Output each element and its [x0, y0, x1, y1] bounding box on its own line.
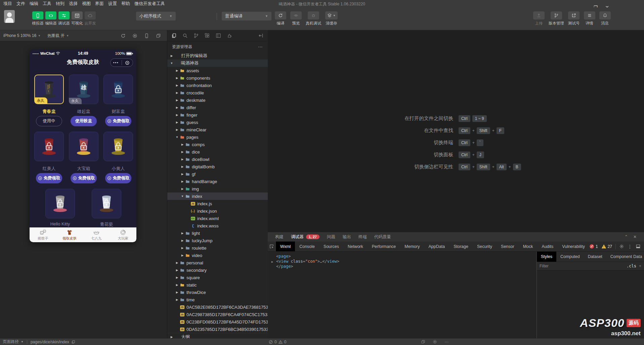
menu-item-编辑[interactable]: 编辑 — [30, 1, 38, 7]
toggle-云开发-button[interactable]: 云开发 — [85, 11, 96, 26]
tab-摇骰子[interactable]: 摇骰子 — [30, 227, 56, 242]
devtools-tab-AppData[interactable]: AppData — [424, 242, 449, 251]
tree-item-index.js[interactable]: JSindex.js — [167, 200, 268, 207]
tree-item-roulette[interactable]: ▶roulette — [167, 244, 268, 252]
tree-item-deskmate[interactable]: ▶deskmate — [167, 96, 268, 104]
menu-item-界面[interactable]: 界面 — [95, 1, 104, 7]
skin-card-财富盅[interactable] — [103, 75, 133, 104]
devtools-tab-Vulnerability[interactable]: Vulnerability — [558, 242, 589, 251]
测试号-button[interactable]: 测试号 — [568, 11, 580, 26]
清缓存-button[interactable]: ▼清缓存 — [325, 11, 338, 26]
tree-item-0C23BFD085D172BF6A45D7D74FD1753...[interactable]: JS0C23BFD085D172BF6A45D7D74FD1753... — [167, 318, 268, 326]
tree-item-secondary[interactable]: ▶secondary — [167, 266, 268, 274]
tree-item-assets[interactable]: ▶assets — [167, 67, 268, 74]
tree-item-personal[interactable]: ▶personal — [167, 259, 268, 266]
menu-item-项目[interactable]: 项目 — [3, 1, 12, 7]
skin-action-button[interactable]: 免费领取 — [36, 173, 62, 183]
collapse-sidebar-icon[interactable] — [258, 33, 264, 38]
tree-item-0AC2987385D172BF6CA4F074C5C17533...[interactable]: JS0AC2987385D172BF6CA4F074C5C17533... — [167, 311, 268, 318]
tree-item-打开的编辑器[interactable]: ▶打开的编辑器 — [167, 52, 268, 59]
上传-button[interactable]: 上传 — [533, 11, 545, 26]
float-window-icon[interactable] — [421, 340, 425, 344]
skin-action-button[interactable]: 使用骰盅 — [71, 116, 97, 126]
float-window-icon[interactable] — [156, 33, 161, 38]
panel-tab-构建[interactable]: 构建 — [275, 234, 284, 240]
devtools-tab-Sources[interactable]: Sources — [319, 242, 343, 251]
panel-tab-代码质量[interactable]: 代码质量 — [374, 234, 391, 240]
error-counter[interactable]: 1 — [589, 244, 598, 249]
filter-input[interactable]: Filter — [540, 264, 549, 268]
capsule-more-button[interactable]: ••• — [111, 59, 122, 67]
tree-item-finger[interactable]: ▶finger — [167, 111, 268, 119]
tree-item-crocodile[interactable]: ▶crocodile — [167, 89, 268, 96]
tree-item-static[interactable]: ▶static — [167, 281, 268, 289]
tree-item-time[interactable]: ▶time — [167, 296, 268, 303]
record-icon[interactable] — [132, 33, 137, 38]
menu-item-微信开发者工具[interactable]: 微信开发者工具 — [134, 1, 165, 7]
skin-action-button[interactable]: 免费领取 — [71, 173, 97, 183]
tree-item-differ[interactable]: ▶differ — [167, 104, 268, 111]
tree-item-throwDice[interactable]: ▶throwDice — [167, 289, 268, 296]
tree-item-img[interactable]: ▶img — [167, 185, 268, 192]
tree-item-components[interactable]: ▶components — [167, 74, 268, 82]
close-panel-icon[interactable]: ✕ — [633, 234, 637, 239]
menu-item-视图[interactable]: 视图 — [82, 1, 91, 7]
skin-action-button[interactable]: 免费领取 — [105, 116, 131, 126]
panel-tab-调试器[interactable]: 调试器1, 27 — [291, 234, 319, 240]
详情-button[interactable]: 详情 — [584, 11, 595, 26]
code-line[interactable]: <page> — [270, 254, 534, 259]
menu-item-选择[interactable]: 选择 — [69, 1, 78, 7]
devtools-tab-Performance[interactable]: Performance — [368, 242, 400, 251]
devtools-tab-Audits[interactable]: Audits — [538, 242, 558, 251]
skin-action-button[interactable]: 免费领取 — [105, 173, 131, 183]
tree-item-index.json[interactable]: {..}index.json — [167, 207, 268, 215]
extensions-icon[interactable] — [205, 33, 210, 38]
compile-select[interactable]: 普通编译 ▼ — [222, 12, 271, 20]
devtools-tab-Network[interactable]: Network — [343, 242, 368, 251]
版本管理-button[interactable]: 版本管理 — [549, 11, 564, 26]
消息-button[interactable]: 消息 — [599, 11, 611, 26]
tree-item-index.wxss[interactable]: index.wxss — [167, 222, 268, 229]
record-icon[interactable] — [433, 340, 437, 344]
tree-item-diceBowl[interactable]: ▶diceBowl — [167, 156, 268, 163]
skin-action-button[interactable]: 使用中 — [36, 116, 62, 126]
menu-item-设置[interactable]: 设置 — [108, 1, 117, 7]
tree-item-light[interactable]: ▶light — [167, 229, 268, 237]
tree-item-index[interactable]: ▼index — [167, 192, 268, 200]
debug-tools-icon[interactable] — [227, 33, 232, 38]
tree-item-digitalBomb[interactable]: ▶digitalBomb — [167, 163, 268, 170]
hot-reload-select[interactable]: 热重载 开 ▼ — [44, 33, 72, 39]
mode-select[interactable]: 小程序模式 ▼ — [136, 12, 176, 20]
code-line[interactable]: </page> — [270, 264, 534, 269]
inspect-element-icon[interactable] — [268, 242, 276, 251]
expand-node-icon[interactable]: ▶ — [271, 259, 273, 264]
tree-item-comps[interactable]: ▶comps — [167, 141, 268, 148]
panel-tab-问题[interactable]: 问题 — [327, 234, 335, 240]
menu-item-转到[interactable]: 转到 — [56, 1, 65, 7]
avatar[interactable] — [4, 10, 15, 23]
menu-item-帮助[interactable]: 帮助 — [121, 1, 130, 7]
styles-tab-Styles[interactable]: Styles — [537, 252, 556, 262]
gear-icon[interactable] — [619, 244, 624, 249]
skin-card-青春盅[interactable]: 永久 — [34, 75, 64, 104]
skin-card-红美人[interactable] — [34, 132, 64, 161]
panel-tab-终端[interactable]: 终端 — [358, 234, 367, 240]
真机调试-button[interactable]: 真机调试 — [306, 11, 321, 26]
toggle-编辑器-button[interactable]: 编辑器 — [45, 11, 56, 26]
source-control-icon[interactable] — [194, 33, 199, 38]
tab-大玩家[interactable]: 大玩家 — [110, 227, 137, 242]
tree-item-0DA5235785D172BF6BC34B5039017533.is[interactable]: JS0DA5235785D172BF6BC34B5039017533.is — [167, 326, 268, 333]
code-line[interactable]: ▶<view class="con">…</view> — [270, 259, 534, 264]
tree-item-喝酒神器[interactable]: ▼喝酒神器 — [167, 59, 268, 67]
cls-toggle[interactable]: .cls — [627, 264, 636, 268]
dock-panel-icon[interactable] — [636, 244, 641, 249]
refresh-icon[interactable] — [121, 33, 126, 38]
layout-icon[interactable] — [216, 33, 221, 38]
tree-item-handBarrage[interactable]: ▶handBarrage — [167, 178, 268, 185]
devtools-tab-Storage[interactable]: Storage — [449, 242, 473, 251]
styles-tab-Dataset[interactable]: Dataset — [584, 252, 606, 262]
warning-counter[interactable]: 27 — [601, 244, 612, 249]
menu-item-工具[interactable]: 工具 — [43, 1, 51, 7]
add-style-button[interactable]: + — [639, 264, 641, 268]
tree-item-confrontation[interactable]: ▶confrontation — [167, 82, 268, 89]
